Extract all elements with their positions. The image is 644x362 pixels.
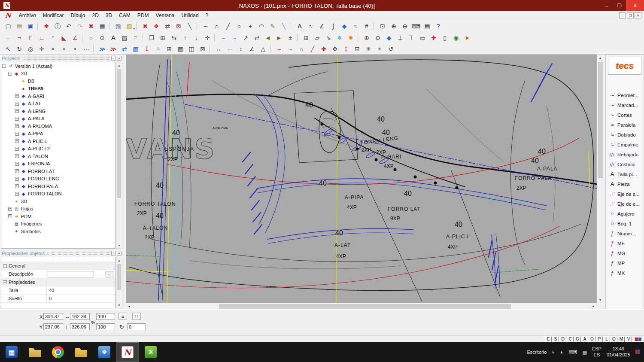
dim-h-icon[interactable]: ↔ [213,44,224,54]
wave-icon[interactable]: ≈ [305,21,316,31]
toolbar-icon[interactable] [82,34,84,42]
toolbar-chevron-icon[interactable]: » [552,350,554,355]
status-letter-button[interactable]: V [625,336,632,342]
plusminus-icon[interactable]: ± [285,33,296,43]
text-icon[interactable]: A [294,21,305,31]
canvas-horizontal-scrollbar[interactable]: ◄ ► [126,303,597,309]
point-icon[interactable]: + [245,21,256,31]
tree-item[interactable]: + ◆ A-LAT [1,100,115,108]
layout-icon[interactable]: ◫ [186,44,197,54]
property-value[interactable] [48,271,94,277]
size-text-tool[interactable]: A Talla pi... [606,169,644,179]
swap-icon[interactable]: ⇄ [162,21,173,31]
panel-close-icon[interactable]: × [117,56,122,61]
mdi-close-button[interactable]: ✕ [635,12,641,18]
save-file-icon[interactable]: ▣ [25,21,36,31]
compass-icon[interactable]: ◎ [25,44,36,54]
swap2-icon[interactable]: ⇄ [119,44,130,54]
toolbar-icon[interactable] [374,22,376,30]
arc-icon[interactable]: ◠ [256,21,267,31]
tree-item[interactable]: + ◆ FORRO LENG [1,175,115,183]
scroll-left-icon[interactable]: ◄ [126,303,132,310]
move-up-icon[interactable]: ↑ [179,33,191,43]
menu-item[interactable]: 3D [102,12,115,19]
language-indicator[interactable]: ESP ES [592,346,601,358]
fast-forward-icon[interactable]: ≫ [97,44,108,54]
tree-item[interactable]: ▦ Imágenes [1,220,115,228]
status-corner-icon[interactable] [633,336,643,342]
dot-icon[interactable]: • [70,44,81,54]
corner-ne-icon[interactable]: ⌐ [3,33,14,43]
properties-scrollbar[interactable]: ▲ ▼ [116,257,122,308]
undo-icon[interactable]: ↶ [63,21,74,31]
x-coordinate-field[interactable]: 304.37 [43,313,63,320]
section-collapse-box[interactable] [3,297,7,301]
property-row[interactable] [1,257,115,262]
file-explorer-icon[interactable] [23,342,46,362]
triangle-icon[interactable]: △ [258,44,269,54]
toolbar-icon[interactable] [297,34,299,42]
tree-item[interactable]: ● TREPA [1,85,115,93]
help-icon[interactable]: ? [433,21,444,31]
scroll-down-icon[interactable]: ▼ [116,242,122,248]
property-row[interactable]: - General [1,262,115,270]
new-file-icon[interactable]: ▢ [3,21,14,31]
hole-tool[interactable]: ○ Agujero [606,209,644,219]
shear-icon[interactable]: ▱ [312,33,323,43]
status-letter-button[interactable]: P [596,336,603,342]
toolbar-icon[interactable] [291,22,293,30]
angle-dim-icon[interactable]: ∠ [246,44,258,54]
mg-tool[interactable]: ƒ MG [606,248,644,258]
mirror-icon[interactable]: ⇆ [168,33,179,43]
perp-down-icon[interactable]: ⊤ [406,33,417,43]
project-tree-scrollbar[interactable]: ▲ ▼ [116,62,122,249]
diamond-blue-icon[interactable]: ◆ [383,33,395,43]
panel-pin-icon[interactable]: ▫ [111,56,116,61]
grid-snap-icon[interactable]: ∷ [132,313,141,320]
print-icon[interactable]: ▤ [422,21,433,31]
move-down-icon[interactable]: ↓ [191,33,202,43]
symbol-icon[interactable]: ◆ [339,21,350,31]
curve-point[interactable] [375,158,378,161]
tree-item[interactable]: + ◆ A-PALOMA [1,122,115,130]
angle-field[interactable]: 0 [127,323,146,330]
dots-icon[interactable]: ⋯ [81,44,92,54]
open-file-icon[interactable]: ▤ [14,21,25,31]
marking-tool[interactable]: ∼ Marcad... [606,100,644,110]
fold-tool[interactable]: ≈ Doblado [606,130,644,140]
corner-round-icon[interactable]: ◜ [47,33,58,43]
curve-point[interactable] [456,186,459,189]
snap-mode-icon[interactable]: ≡ [118,313,127,320]
menu-item[interactable]: Dibujo [67,12,88,19]
curve-point[interactable] [394,168,397,171]
curve-point[interactable] [414,176,417,179]
hidden-icons-icon[interactable]: ▲ [559,350,563,354]
cells-icon[interactable]: ▦ [175,44,186,54]
piece-text-tool[interactable]: A Pieza [606,179,644,189]
section-collapse-box[interactable] [3,272,7,276]
line-icon[interactable]: ╱ [222,21,234,31]
panel-close-icon[interactable]: × [117,251,122,256]
dy-field[interactable]: 326.06 [70,323,90,330]
tree-item[interactable]: + ◆ A-PIPA [1,130,115,138]
property-row[interactable]: - Propiedades [1,278,115,286]
tree-expand-box[interactable]: + [15,102,19,106]
spark-icon[interactable]: ✴ [374,44,385,54]
arrow-ne-icon[interactable]: ↗ [240,33,251,43]
property-row[interactable]: Talla 40 [1,286,115,295]
toolbar-icon[interactable] [109,22,111,30]
status-letter-button[interactable]: M [618,336,625,342]
tangent-icon[interactable]: ╲ [278,21,289,31]
star-icon[interactable]: ✳ [363,44,374,54]
zoom-window-icon[interactable]: ⊡ [377,21,388,31]
status-letter-button[interactable]: D [559,336,566,342]
toolbar-icon[interactable] [136,22,138,30]
tree-item[interactable]: ● 3D [1,198,115,205]
ellipse-icon[interactable]: ○ [85,33,97,43]
update-icon[interactable]: ✱ [41,21,52,31]
section-collapse-box[interactable]: - [3,280,7,284]
splice-tool[interactable]: ≈ Empalme [606,140,644,149]
curve-red2-icon[interactable]: ∼ [273,44,285,54]
toolbar-icon[interactable] [210,45,212,53]
mdi-minimize-button[interactable]: – [619,12,626,18]
